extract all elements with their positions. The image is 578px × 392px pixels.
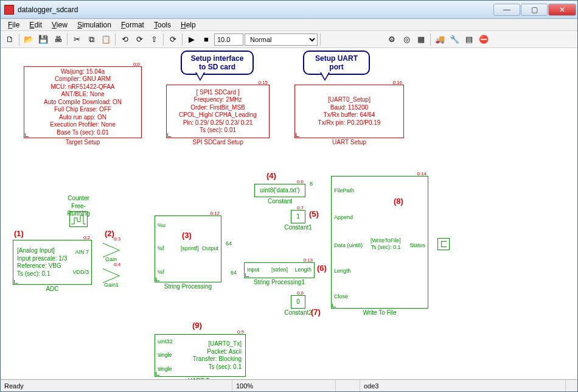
status-empty1 — [335, 380, 360, 391]
block-strlen[interactable]: 0:13 Input [strlen] Length String Proces… — [244, 262, 315, 278]
block-sd-setup[interactable]: 0:15 [ SPI1 SDCard ] Frequency: 2MHz Ord… — [166, 85, 270, 138]
callout-sd: Setup interface to SD card — [181, 51, 254, 75]
block-sd-label: SPI SDCard Setup — [192, 139, 243, 147]
model-explorer-icon[interactable]: 🚚 — [433, 33, 447, 46]
toolbar: 🗋 📂 💾 🖶 ✂ ⧉ 📋 ⟲ ⟳ ⇧ ⟳ ▶ ■ Normal ⚙ ◎ ▦ 🚚… — [1, 31, 577, 48]
open-icon[interactable]: 📂 — [22, 33, 35, 46]
play-icon[interactable]: ▶ — [185, 33, 198, 46]
block-adc[interactable]: 0:2 [Analog Input] Input prescale: 1/3 R… — [13, 240, 92, 285]
status-pct: 100% — [232, 380, 335, 391]
close-button[interactable]: ✕ — [548, 4, 576, 16]
menubar: File Edit View Simulation Format Tools H… — [1, 19, 577, 31]
block-gain1[interactable]: -K- — [103, 268, 120, 283]
block-gain[interactable]: -K- — [103, 243, 120, 257]
window-controls: — ▢ ✕ — [493, 4, 576, 16]
target-icon[interactable]: ◎ — [400, 33, 413, 46]
block-counter[interactable]: Counter Free-Running — [69, 211, 88, 227]
block-terminator[interactable] — [437, 238, 450, 250]
stop-time-input[interactable] — [214, 33, 243, 46]
status-grip — [565, 380, 577, 391]
block-sprintf[interactable]: 0:12 %u %f %f [sprintf] Output String Pr… — [155, 215, 221, 282]
new-icon[interactable]: 🗋 — [3, 33, 16, 46]
copy-icon[interactable]: ⧉ — [85, 33, 98, 46]
save-icon[interactable]: 💾 — [37, 33, 50, 46]
block-uarttx[interactable]: 0:5 uint32 single single [UART0_Tx] Pack… — [155, 334, 246, 377]
status-solver: ode3 — [360, 380, 565, 391]
block-constant[interactable]: 0:6 uint8('data.txt') Constant — [254, 184, 305, 197]
block-uart-setup[interactable]: 0:16 [UART0_Setup] Baud: 115200 Tx/Rx bu… — [294, 85, 404, 138]
statusbar: Ready 100% ode3 — [1, 379, 577, 391]
window-title: datalogger_sdcard — [18, 5, 493, 14]
block-constant2[interactable]: 0:8 0 Constant2 — [291, 295, 305, 309]
refresh-icon[interactable]: ⟳ — [166, 33, 179, 46]
block-target-setup[interactable]: 0:0 Waijung: 15.04a Compiler: GNU ARM MC… — [24, 66, 142, 138]
scope-icon[interactable]: ▤ — [462, 33, 476, 46]
app-icon — [4, 5, 14, 15]
cut-icon[interactable]: ✂ — [70, 33, 83, 46]
sprintf-label: String Processing — [164, 283, 212, 291]
menu-tools[interactable]: Tools — [150, 19, 175, 30]
titlebar: datalogger_sdcard — ▢ ✕ — [1, 1, 577, 19]
block-target-label: Target Setup — [66, 139, 100, 147]
nav-up-icon[interactable]: ⇧ — [147, 33, 161, 46]
print-icon[interactable]: 🖶 — [51, 33, 64, 46]
stop-icon[interactable]: ■ — [200, 33, 213, 46]
gear-icon[interactable]: 🔧 — [448, 33, 461, 46]
model-canvas[interactable]: Setup interface to SD card Setup UART po… — [1, 48, 577, 379]
callout-uart-tail — [320, 72, 330, 81]
redo-icon[interactable]: ⟳ — [133, 33, 146, 46]
minimize-button[interactable]: — — [493, 4, 520, 16]
menu-edit[interactable]: Edit — [26, 19, 46, 30]
menu-help[interactable]: Help — [177, 19, 200, 30]
callout-uart: Setup UART port — [303, 51, 370, 75]
block-constant1[interactable]: 0:7 1 Constant1 — [291, 210, 305, 223]
block-writefile[interactable]: 0:14 FilePath Append Data (uint8) Length… — [331, 176, 428, 309]
sim-mode-select[interactable]: Normal — [245, 33, 318, 46]
status-ready: Ready — [1, 380, 232, 391]
maximize-button[interactable]: ▢ — [521, 4, 548, 16]
callout-sd-tail — [195, 72, 205, 81]
build-icon[interactable]: ⚙ — [385, 33, 399, 46]
menu-file[interactable]: File — [4, 19, 23, 30]
counter-label: Counter Free-Running — [67, 195, 89, 218]
undo-icon[interactable]: ⟲ — [118, 33, 131, 46]
block-uartsetup-label: UART Setup — [332, 139, 366, 147]
menu-simulation[interactable]: Simulation — [74, 19, 115, 30]
gain1-label: Gain1 — [104, 282, 119, 288]
paste-icon[interactable]: 📋 — [99, 33, 113, 46]
menu-format[interactable]: Format — [117, 19, 148, 30]
menu-view[interactable]: View — [48, 19, 71, 30]
no-entry-icon[interactable]: ⛔ — [477, 33, 490, 46]
adc-label: ADC — [46, 285, 58, 293]
library-icon[interactable]: ▦ — [414, 33, 428, 46]
app-window: datalogger_sdcard — ▢ ✕ File Edit View S… — [0, 0, 578, 392]
